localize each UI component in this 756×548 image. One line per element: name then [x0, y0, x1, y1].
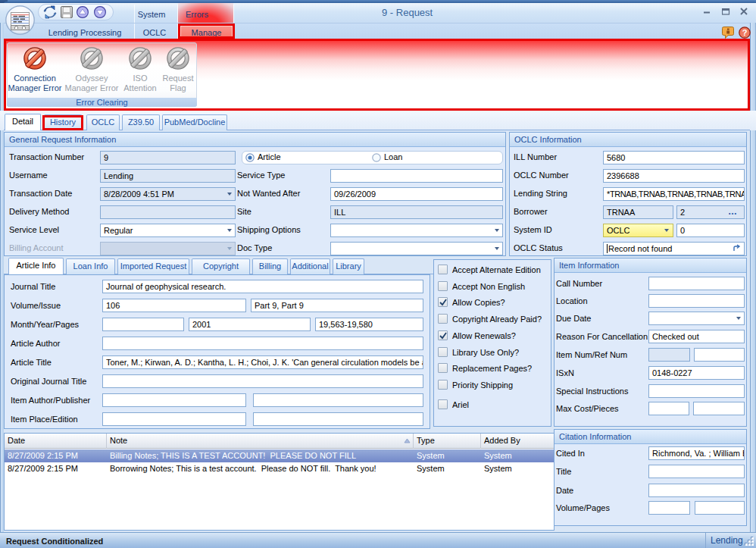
svg-text:?: ? [742, 28, 748, 37]
